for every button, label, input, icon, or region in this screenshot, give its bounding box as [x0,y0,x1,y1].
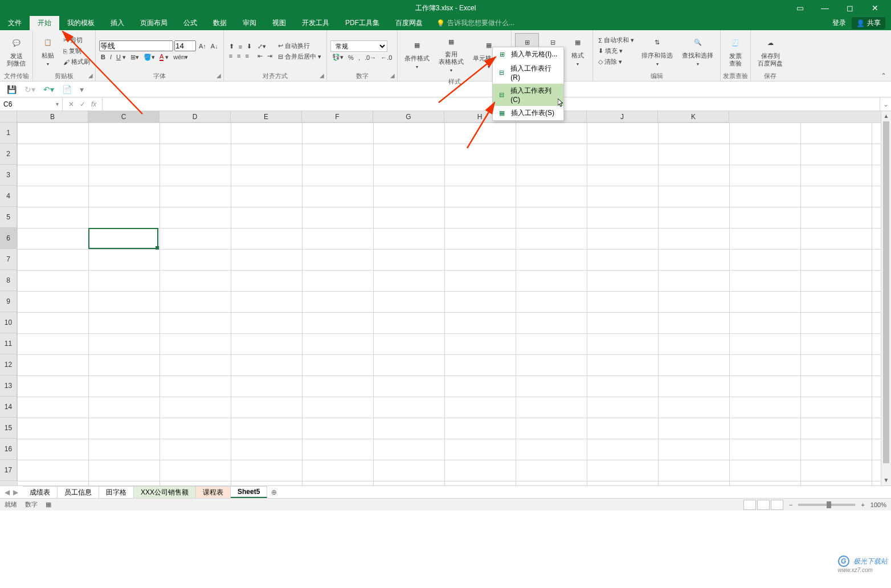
italic-button[interactable]: I [108,53,113,61]
new-file-icon[interactable]: 📄 [62,85,72,94]
accounting-format-button[interactable]: 💱▾ [330,53,345,62]
select-all-corner[interactable] [0,111,17,122]
row-header[interactable]: 1 [0,122,17,144]
zoom-level[interactable]: 100% [870,501,886,508]
col-header[interactable]: F [302,111,373,122]
scroll-up-icon[interactable]: ▲ [881,111,891,121]
sheet-tab[interactable]: 员工信息 [58,486,99,498]
tab-pagelayout[interactable]: 页面布局 [132,16,175,30]
autosum-button[interactable]: Σ自动求和▾ [596,35,636,45]
tab-mytemplates[interactable]: 我的模板 [59,16,103,30]
qat-more-icon[interactable]: ▾ [80,85,84,94]
font-name-select[interactable] [99,40,173,51]
col-header[interactable]: D [160,111,231,122]
paste-button[interactable]: 📋 粘贴 ▾ [36,34,59,69]
sheet-nav-next-icon[interactable]: ▶ [13,488,18,496]
dialog-launcher-icon[interactable]: ◢ [390,72,395,79]
dialog-launcher-icon[interactable]: ◢ [88,72,93,79]
scrollbar-thumb[interactable] [883,121,889,463]
menu-insert-rows[interactable]: ⊟插入工作表行(R) [493,62,563,84]
phonetic-button[interactable]: wén▾ [171,53,190,62]
redo-icon[interactable]: ↻▾ [24,85,35,94]
zoom-out-icon[interactable]: − [789,501,792,508]
fill-handle[interactable] [156,246,159,250]
active-cell[interactable] [88,228,158,249]
tab-file[interactable]: 文件 [0,16,30,30]
tab-data[interactable]: 数据 [205,16,235,30]
align-left-icon[interactable]: ≡ [227,52,234,60]
login-link[interactable]: 登录 [832,18,846,28]
dialog-launcher-icon[interactable]: ◢ [320,72,324,79]
row-header[interactable]: 11 [0,333,17,354]
maximize-icon[interactable]: ◻ [839,2,861,14]
tab-view[interactable]: 视图 [264,16,294,30]
new-sheet-button[interactable]: ⊕ [267,486,281,498]
save-icon[interactable]: 💾 [7,85,17,94]
send-to-wechat-button[interactable]: 💬 发送 到微信 [3,34,29,68]
tab-review[interactable]: 审阅 [235,16,264,30]
sheet-nav-prev-icon[interactable]: ◀ [5,488,10,496]
clear-button[interactable]: ◇清除▾ [596,57,636,67]
name-box[interactable]: C6 ▾ [0,97,63,111]
col-header[interactable]: J [587,111,658,122]
fx-icon[interactable]: fx [91,100,96,108]
chevron-down-icon[interactable]: ▾ [56,101,59,107]
tab-developer[interactable]: 开发工具 [294,16,337,30]
decrease-font-icon[interactable]: A↓ [209,42,220,50]
sheet-tab[interactable]: 田字格 [99,486,134,498]
bold-button[interactable]: B [99,53,107,61]
row-header[interactable]: 5 [0,207,17,228]
tab-baidu[interactable]: 百度网盘 [387,16,431,30]
zoom-in-icon[interactable]: + [861,501,864,508]
scroll-down-icon[interactable]: ▼ [881,475,891,485]
wrap-text-button[interactable]: ↩自动换行 [276,41,323,51]
row-header[interactable]: 10 [0,312,17,333]
sheet-tab[interactable]: 课程表 [196,486,231,498]
percent-format-button[interactable]: % [346,54,355,62]
row-header[interactable]: 4 [0,186,17,207]
table-format-button[interactable]: ▦套用 表格格式▾ [435,32,467,75]
enter-formula-icon[interactable]: ✓ [80,100,85,108]
increase-font-icon[interactable]: A↑ [197,42,208,50]
formula-input[interactable] [103,97,880,111]
menu-insert-columns[interactable]: ⊟插入工作表列(C) [493,84,563,106]
row-header[interactable]: 7 [0,249,17,270]
format-cells-button[interactable]: ▦格式▾ [566,34,589,69]
align-center-icon[interactable]: ≡ [235,52,242,60]
col-header[interactable]: C [88,111,160,122]
sheet-tab[interactable]: 成绩表 [23,486,58,498]
merge-center-button[interactable]: ⊟合并后居中▾ [276,52,323,62]
row-header[interactable]: 17 [0,460,17,481]
expand-formula-bar-icon[interactable]: ⌄ [880,97,891,111]
tab-insert[interactable]: 插入 [103,16,132,30]
row-header[interactable]: 2 [0,144,17,165]
macro-record-icon[interactable]: ▦ [46,501,51,508]
underline-button[interactable]: U▾ [115,53,128,62]
ribbon-options-icon[interactable]: ▭ [788,2,811,14]
decrease-decimal-button[interactable]: ←.0 [379,54,394,62]
vertical-scrollbar[interactable]: ▲ ▼ [881,111,891,485]
border-button[interactable]: ⊞▾ [129,53,141,62]
col-header[interactable]: E [231,111,302,122]
row-header[interactable]: 15 [0,418,17,439]
menu-insert-sheet[interactable]: ▦插入工作表(S) [493,106,563,120]
font-size-select[interactable] [174,40,196,51]
collapse-ribbon-icon[interactable]: ⌃ [881,72,886,80]
zoom-slider[interactable] [798,504,855,506]
align-bottom-icon[interactable]: ⬇ [245,42,254,51]
row-header[interactable]: 8 [0,270,17,291]
menu-insert-cells[interactable]: ⊞插入单元格(I)... [493,47,563,62]
format-painter-button[interactable]: 🖌格式刷 [62,57,92,67]
dialog-launcher-icon[interactable]: ◢ [216,72,221,79]
row-header[interactable]: 13 [0,375,17,397]
invoice-check-button[interactable]: 🧾发票 查验 [724,34,747,68]
share-button[interactable]: 👤 共享 [852,17,885,29]
view-pagelayout-icon[interactable] [757,500,770,510]
tab-formulas[interactable]: 公式 [175,16,205,30]
increase-indent-icon[interactable]: ⇥ [265,52,274,60]
row-header[interactable]: 3 [0,165,17,186]
close-icon[interactable]: ✕ [864,2,886,14]
tab-pdf[interactable]: PDF工具集 [337,16,387,30]
cancel-formula-icon[interactable]: ✕ [68,100,74,108]
minimize-icon[interactable]: — [814,2,836,14]
